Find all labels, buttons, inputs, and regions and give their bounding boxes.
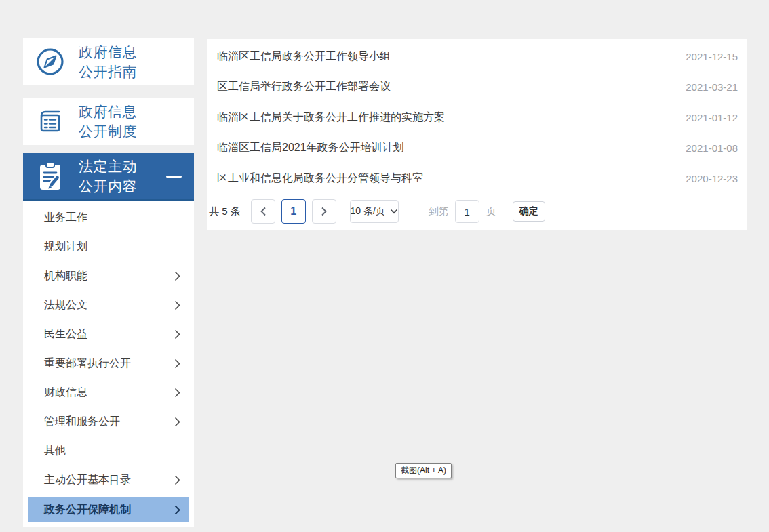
menu-item-label: 管理和服务公开 <box>44 415 174 429</box>
article-row: 区工信局举行政务公开工作部署会议 2021-03-21 <box>207 72 747 102</box>
article-title-link[interactable]: 临淄区工信局关于政务公开工作推进的实施方案 <box>217 110 445 125</box>
menu-item[interactable]: 其他 <box>23 436 194 466</box>
goto-page-prefix: 到第 <box>429 205 449 218</box>
page-size-select[interactable]: 10 条/页 <box>350 200 399 223</box>
article-date: 2020-12-23 <box>686 173 738 184</box>
caret-down-icon <box>390 209 398 214</box>
minus-icon[interactable] <box>166 176 182 178</box>
menu-item[interactable]: 财政信息 <box>23 378 194 407</box>
goto-page-input[interactable] <box>455 200 479 223</box>
clipboard-pencil-icon <box>35 160 66 192</box>
chevron-left-icon <box>260 207 267 216</box>
article-row: 区工业和信息化局政务公开分管领导与科室 2020-12-23 <box>207 163 747 194</box>
sidebar-menu: 业务工作 规划计划 机构职能 法规公文 民生公益 <box>23 201 194 527</box>
menu-item-label: 重要部署执行公开 <box>44 356 174 371</box>
page-size-label: 10 条/页 <box>351 205 385 218</box>
menu-item[interactable]: 业务工作 <box>23 203 194 232</box>
menu-item[interactable]: 机构职能 <box>23 262 194 291</box>
card-label-line1: 法定主动 <box>79 157 137 176</box>
card-label-line1: 政府信息 <box>79 42 137 62</box>
menu-item-label: 主动公开基本目录 <box>44 473 174 487</box>
screenshot-tooltip-label: 截图(Alt + A) <box>401 465 446 476</box>
article-title-link[interactable]: 临淄区工信局政务公开工作领导小组 <box>217 49 391 64</box>
menu-item[interactable]: 管理和服务公开 <box>23 407 194 436</box>
prev-page-button[interactable] <box>251 199 275 224</box>
menu-item[interactable]: 主动公开基本目录 <box>23 466 194 495</box>
sidebar-card-statutory-disclosure[interactable]: 法定主动 公开内容 <box>23 153 194 201</box>
notebook-icon <box>35 105 66 138</box>
card-label-line2: 公开指南 <box>79 62 137 81</box>
article-title-link[interactable]: 区工信局举行政务公开工作部署会议 <box>217 80 391 94</box>
article-row: 临淄区工信局关于政务公开工作推进的实施方案 2021-01-12 <box>207 102 747 133</box>
screenshot-tooltip: 截图(Alt + A) <box>395 463 452 478</box>
article-row: 临淄区工信局政务公开工作领导小组 2021-12-15 <box>207 41 747 72</box>
chevron-right-icon <box>174 329 180 340</box>
chevron-right-icon <box>174 359 180 369</box>
chevron-right-icon <box>174 417 180 427</box>
menu-item-label: 政务公开保障机制 <box>44 503 174 517</box>
card-label-guide: 政府信息 公开指南 <box>79 42 137 81</box>
menu-item[interactable]: 规划计划 <box>23 232 194 262</box>
pagination-total: 共 5 条 <box>209 205 241 218</box>
article-date: 2021-01-08 <box>686 142 738 154</box>
chevron-right-icon <box>174 300 180 310</box>
page-number-button[interactable]: 1 <box>281 199 306 224</box>
page: 政府信息 公开指南 政府信息 公开制度 <box>0 0 769 532</box>
chevron-right-icon <box>321 207 328 216</box>
article-list-panel: 临淄区工信局政务公开工作领导小组 2021-12-15 区工信局举行政务公开工作… <box>207 39 747 230</box>
goto-page-suffix: 页 <box>486 205 496 218</box>
card-label-line2: 公开制度 <box>79 121 137 141</box>
menu-item[interactable]: 民生公益 <box>23 320 194 349</box>
menu-item[interactable]: 法规公文 <box>23 291 194 320</box>
menu-item-label: 民生公益 <box>44 327 174 342</box>
menu-item-label: 机构职能 <box>44 269 174 283</box>
chevron-right-icon <box>174 271 180 281</box>
sidebar-card-guide[interactable]: 政府信息 公开指南 <box>23 38 194 85</box>
menu-item-label: 法规公文 <box>44 298 174 312</box>
article-title-link[interactable]: 临淄区工信局2021年政务公开培训计划 <box>217 141 404 155</box>
article-title-link[interactable]: 区工业和信息化局政务公开分管领导与科室 <box>217 171 423 186</box>
menu-item-label: 业务工作 <box>44 211 174 225</box>
menu-item-label: 财政信息 <box>44 386 174 400</box>
card-label-statutory: 法定主动 公开内容 <box>79 157 137 196</box>
menu-item[interactable]: 政务公开保障机制 <box>28 497 189 522</box>
chevron-right-icon <box>174 505 180 515</box>
confirm-button[interactable]: 确定 <box>513 201 545 222</box>
article-list: 临淄区工信局政务公开工作领导小组 2021-12-15 区工信局举行政务公开工作… <box>207 41 747 194</box>
card-label-line1: 政府信息 <box>79 102 137 121</box>
sidebar-card-system[interactable]: 政府信息 公开制度 <box>23 98 194 145</box>
card-label-line2: 公开内容 <box>79 176 137 196</box>
next-page-button[interactable] <box>312 199 336 224</box>
menu-item-label: 规划计划 <box>44 240 174 254</box>
article-date: 2021-01-12 <box>686 112 738 123</box>
menu-item-label: 其他 <box>44 444 174 458</box>
chevron-right-icon <box>174 475 180 485</box>
compass-icon <box>35 45 66 78</box>
menu-item[interactable]: 重要部署执行公开 <box>23 349 194 378</box>
pagination-bar: 共 5 条 1 10 条/页 到第 页 确定 <box>207 199 747 224</box>
article-date: 2021-03-21 <box>686 81 738 93</box>
article-row: 临淄区工信局2021年政务公开培训计划 2021-01-08 <box>207 133 747 163</box>
article-date: 2021-12-15 <box>686 51 738 62</box>
card-label-system: 政府信息 公开制度 <box>79 102 137 141</box>
chevron-right-icon <box>174 388 180 398</box>
